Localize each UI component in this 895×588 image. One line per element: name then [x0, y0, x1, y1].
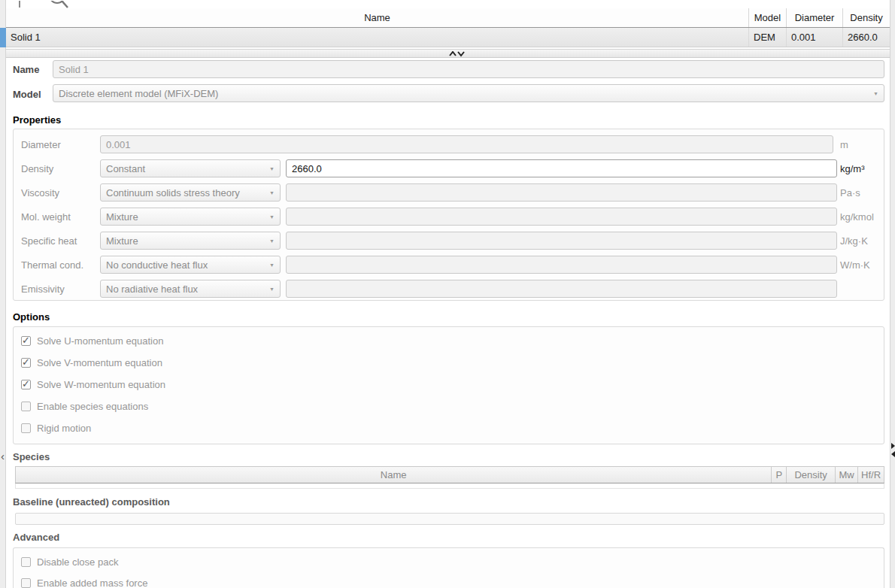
model-label: Model [13, 89, 41, 100]
species-table-body [15, 483, 884, 489]
emissivity-input[interactable] [286, 280, 837, 298]
solids-phase-panel: ‹ Name Model Diameter Density Solid 1 DE… [0, 0, 895, 588]
toolbar-icons [0, 1, 90, 8]
species-table-header: Name P Density Mw Hf/R [15, 466, 884, 483]
mol-weight-unit: kg/kmol [840, 211, 874, 223]
col-header-diameter[interactable]: Diameter [787, 8, 843, 27]
checkbox-solve-w-momentum[interactable]: Solve W-momentum equation [21, 379, 165, 390]
specific-heat-label: Specific heat [21, 235, 77, 247]
cell-diameter[interactable]: 0.001 [787, 28, 843, 47]
solids-table-row[interactable]: Solid 1 DEM 0.001 2660.0 [6, 28, 890, 47]
chevron-down-icon: ▼ [269, 262, 275, 268]
checkbox-icon [21, 336, 31, 346]
checkbox-label: Disable close pack [37, 556, 118, 568]
emissivity-label: Emissivity [21, 283, 65, 295]
thermal-cond-dropdown[interactable]: No conductive heat flux ▼ [100, 256, 281, 274]
name-label: Name [13, 64, 39, 75]
toolbar-strip [0, 0, 889, 8]
species-col-density[interactable]: Density [787, 467, 836, 483]
diameter-input[interactable]: 0.001 [100, 135, 833, 153]
checkbox-icon [21, 380, 31, 389]
checkbox-label: Solve V-momentum equation [37, 357, 162, 368]
diameter-label: Diameter [21, 139, 61, 150]
viscosity-input[interactable] [286, 183, 837, 202]
right-splitter-handle[interactable] [890, 0, 895, 588]
name-input[interactable]: Solid 1 [53, 60, 884, 78]
checkbox-disable-close-pack[interactable]: Disable close pack [21, 556, 118, 568]
model-dropdown-value: Discrete element model (MFiX-DEM) [59, 88, 218, 99]
checkbox-label: Rigid motion [37, 423, 91, 434]
mol-weight-value: Mixture [106, 211, 138, 223]
thermal-cond-unit: W/m·K [840, 259, 870, 271]
properties-heading: Properties [13, 114, 61, 126]
density-model-value: Constant [106, 163, 145, 174]
species-col-hfr[interactable]: Hf/R [858, 467, 884, 483]
emissivity-dropdown[interactable]: No radiative heat flux ▼ [100, 280, 281, 298]
viscosity-model-value: Continuum solids stress theory [106, 187, 240, 199]
table-splitter-handle[interactable] [6, 49, 890, 58]
density-input[interactable]: 2660.0 [286, 159, 837, 177]
viscosity-label: Viscosity [21, 187, 59, 199]
specific-heat-value: Mixture [106, 235, 138, 247]
thermal-cond-value: No conductive heat flux [106, 259, 208, 271]
viscosity-model-dropdown[interactable]: Continuum solids stress theory ▼ [100, 183, 281, 202]
specific-heat-input[interactable] [286, 232, 837, 250]
chevron-down-icon: ▼ [269, 286, 275, 292]
left-panel-edge[interactable]: ‹ [0, 0, 6, 588]
mol-weight-label: Mol. weight [21, 211, 71, 223]
checkbox-enable-added-mass-force[interactable]: Enable added mass force [21, 577, 147, 588]
checkbox-icon [21, 402, 31, 411]
checkbox-icon [21, 578, 31, 588]
thermal-cond-input[interactable] [286, 256, 837, 274]
splitter-arrows-icon [890, 442, 895, 459]
chevron-down-icon: ▼ [269, 166, 275, 171]
chevron-down-icon: ▼ [873, 91, 878, 96]
collapse-left-icon[interactable]: ‹ [1, 452, 5, 461]
cell-density[interactable]: 2660.0 [843, 28, 890, 47]
checkbox-label: Enable species equations [37, 401, 148, 412]
checkbox-label: Solve W-momentum equation [37, 379, 165, 390]
emissivity-value: No radiative heat flux [106, 283, 198, 295]
species-col-mw[interactable]: Mw [836, 467, 858, 483]
baseline-composition-table [15, 513, 884, 525]
checkbox-solve-v-momentum[interactable]: Solve V-momentum equation [21, 357, 162, 368]
splitter-updown-icon [449, 51, 466, 57]
solids-table-header: Name Model Diameter Density [6, 8, 890, 28]
species-col-name[interactable]: Name [16, 467, 772, 483]
checkbox-enable-species-equations[interactable]: Enable species equations [21, 401, 148, 412]
density-model-dropdown[interactable]: Constant ▼ [100, 159, 281, 177]
mol-weight-dropdown[interactable]: Mixture ▼ [100, 208, 281, 226]
checkbox-icon [21, 557, 31, 567]
checkbox-label: Enable added mass force [37, 577, 147, 588]
specific-heat-unit: J/kg·K [840, 235, 868, 247]
checkbox-rigid-motion[interactable]: Rigid motion [21, 423, 91, 434]
diameter-unit: m [840, 139, 848, 150]
checkbox-label: Solve U-momentum equation [37, 335, 163, 347]
search-icon[interactable] [50, 1, 68, 8]
density-unit: kg/m³ [840, 163, 865, 174]
checkbox-solve-u-momentum[interactable]: Solve U-momentum equation [21, 335, 163, 347]
options-heading: Options [13, 311, 50, 323]
baseline-heading: Baseline (unreacted) composition [13, 496, 170, 508]
chevron-down-icon: ▼ [269, 238, 275, 244]
checkbox-icon [21, 423, 31, 433]
col-header-model[interactable]: Model [749, 8, 787, 27]
species-col-p[interactable]: P [772, 467, 787, 483]
model-dropdown[interactable]: Discrete element model (MFiX-DEM) ▼ [53, 84, 884, 102]
cell-model[interactable]: DEM [749, 28, 787, 47]
cell-name[interactable]: Solid 1 [6, 28, 749, 47]
col-header-name[interactable]: Name [6, 8, 749, 27]
chevron-down-icon: ▼ [269, 214, 275, 220]
specific-heat-dropdown[interactable]: Mixture ▼ [100, 232, 281, 250]
viscosity-unit: Pa·s [840, 187, 860, 199]
col-header-density[interactable]: Density [843, 8, 890, 27]
checkbox-icon [21, 358, 31, 368]
mol-weight-input[interactable] [286, 208, 837, 226]
density-label: Density [21, 163, 53, 174]
chevron-down-icon: ▼ [269, 190, 275, 195]
selection-indicator [0, 28, 6, 47]
advanced-heading: Advanced [13, 532, 59, 543]
species-heading: Species [13, 451, 50, 462]
thermal-cond-label: Thermal cond. [21, 259, 83, 271]
